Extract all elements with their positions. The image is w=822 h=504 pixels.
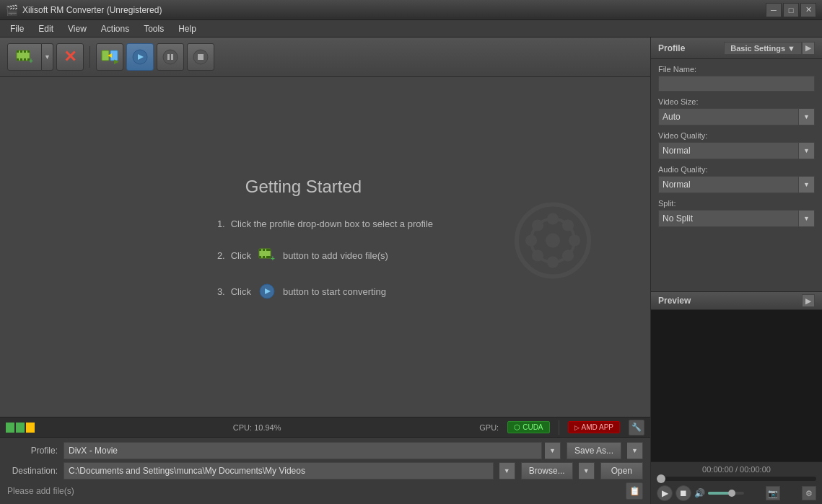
volume-slider[interactable]: [708, 492, 744, 495]
audio-quality-select[interactable]: Normal High Low: [658, 176, 799, 193]
start-button[interactable]: [126, 43, 154, 71]
cuda-button[interactable]: ⬡ CUDA: [507, 421, 549, 433]
video-size-arrow[interactable]: ▼: [799, 108, 815, 125]
content-area: Getting Started 1. Click the profile dro…: [0, 77, 650, 417]
menu-edit[interactable]: Edit: [31, 22, 61, 35]
browse-dropdown[interactable]: ▼: [579, 462, 595, 479]
main-layout: + ▼ ✕ ▶: [0, 37, 822, 504]
svg-rect-27: [266, 256, 268, 258]
preview-controls: 00:00:00 / 00:00:00 ▶ ⏹ 🔊 📷 ⚙: [651, 461, 822, 504]
svg-rect-24: [268, 249, 271, 251]
video-size-label: Video Size:: [658, 97, 815, 106]
amd-icon: ▷: [574, 424, 580, 431]
profile-expand-button[interactable]: ▶: [802, 42, 815, 55]
gpu-settings-button[interactable]: 🔧: [629, 420, 644, 436]
step-1-text: Click the profile drop-down box to selec…: [231, 218, 433, 229]
video-quality-group: Video Quality: Normal High Low ▼: [658, 131, 815, 159]
stop-button[interactable]: [187, 43, 214, 71]
svg-rect-26: [263, 256, 265, 258]
note-button[interactable]: 📋: [626, 482, 643, 500]
menu-file[interactable]: File: [3, 22, 31, 35]
split-arrow[interactable]: ▼: [799, 210, 815, 227]
svg-text:+: +: [29, 57, 33, 65]
menu-view[interactable]: View: [61, 22, 94, 35]
svg-text:+: +: [271, 255, 275, 262]
snapshot-button[interactable]: 📷: [766, 486, 780, 500]
bottom-panel: Profile: ▼ Save As... ▼ Destination: ▼ B…: [0, 437, 650, 504]
seekbar[interactable]: [657, 477, 816, 481]
close-button[interactable]: ✕: [800, 3, 816, 17]
basic-settings-arrow: ▼: [787, 44, 795, 53]
video-size-select-wrap: Auto 320x240 640x480 ▼: [658, 108, 815, 125]
svg-point-15: [163, 50, 178, 64]
convert-button[interactable]: ▶: [96, 43, 123, 71]
open-button[interactable]: Open: [600, 462, 643, 479]
split-label: Split:: [658, 199, 815, 208]
menu-bar: File Edit View Actions Tools Help: [0, 20, 822, 37]
menu-tools[interactable]: Tools: [136, 22, 171, 35]
stop-preview-button[interactable]: ⏹: [675, 485, 691, 501]
step-3-icon: [257, 281, 277, 301]
svg-point-41: [562, 219, 574, 231]
svg-rect-21: [259, 249, 261, 251]
volume-fill: [708, 492, 730, 495]
save-as-dropdown[interactable]: ▼: [627, 442, 643, 459]
film-reel-watermark: [513, 200, 593, 293]
file-name-group: File Name:: [658, 65, 815, 92]
profile-panel-header: Profile Basic Settings ▼ ▶: [651, 37, 822, 59]
svg-rect-23: [266, 249, 268, 251]
pause-icon: [162, 48, 179, 66]
svg-rect-7: [24, 58, 26, 61]
save-as-button[interactable]: Save As...: [567, 442, 621, 459]
menu-help[interactable]: Help: [171, 22, 204, 35]
cpu-label: CPU: 10.94%: [43, 423, 471, 432]
wrench-icon: 🔧: [631, 423, 642, 432]
audio-quality-group: Audio Quality: Normal High Low ▼: [658, 165, 815, 193]
video-quality-arrow[interactable]: ▼: [799, 142, 815, 159]
right-panel: Profile Basic Settings ▼ ▶ File Name: Vi…: [650, 37, 822, 504]
profile-dropdown-button[interactable]: ▼: [545, 442, 561, 459]
cuda-icon: ⬡: [514, 423, 520, 431]
menu-actions[interactable]: Actions: [94, 22, 136, 35]
step-2-text2: button to add video file(s): [283, 250, 388, 261]
minimize-button[interactable]: ─: [766, 3, 782, 17]
video-size-group: Video Size: Auto 320x240 640x480 ▼: [658, 97, 815, 125]
title-text: Xilisoft RM Converter (Unregistered): [22, 5, 764, 15]
file-name-input[interactable]: [658, 76, 815, 92]
svg-point-34: [547, 213, 559, 224]
profile-select-wrap: ▼: [64, 442, 561, 459]
remove-button[interactable]: ✕: [56, 43, 84, 71]
audio-quality-arrow[interactable]: ▼: [799, 176, 815, 193]
profile-input[interactable]: [64, 442, 542, 459]
please-add-row: Please add file(s) 📋: [7, 482, 643, 500]
note-icon: 📋: [629, 486, 640, 496]
maximize-button[interactable]: □: [783, 3, 799, 17]
settings-preview-button[interactable]: ⚙: [802, 486, 816, 500]
destination-label: Destination:: [7, 466, 58, 476]
step-2-num: 2.: [217, 250, 225, 261]
basic-settings-tab[interactable]: Basic Settings ▼: [724, 42, 802, 55]
add-video-button[interactable]: +: [7, 43, 42, 71]
getting-started: Getting Started 1. Click the profile dro…: [203, 162, 447, 332]
destination-input[interactable]: [64, 462, 494, 479]
video-quality-select[interactable]: Normal High Low: [658, 142, 799, 159]
preview-panel-title: Preview: [658, 296, 802, 306]
video-size-select[interactable]: Auto 320x240 640x480: [658, 108, 799, 125]
basic-settings-label: Basic Settings: [730, 44, 785, 53]
add-video-dropdown[interactable]: ▼: [42, 43, 53, 71]
split-select[interactable]: No Split By Size By Time: [658, 210, 799, 227]
split-group: Split: No Split By Size By Time ▼: [658, 199, 815, 227]
browse-button[interactable]: Browse...: [521, 462, 573, 479]
play-button[interactable]: ▶: [657, 485, 673, 501]
destination-dropdown-button[interactable]: ▼: [499, 462, 515, 479]
svg-point-40: [532, 249, 543, 261]
svg-rect-25: [259, 256, 261, 258]
step-3-click: Click: [231, 286, 251, 297]
preview-expand-button[interactable]: ▶: [802, 294, 815, 307]
video-quality-select-wrap: Normal High Low ▼: [658, 142, 815, 159]
step-2-click: Click: [231, 250, 251, 261]
toolbar-separator-1: [89, 46, 90, 68]
amd-button[interactable]: ▷ AMD APP: [568, 421, 620, 433]
cpu-value: 10.94%: [254, 423, 281, 432]
pause-button[interactable]: [157, 43, 184, 71]
